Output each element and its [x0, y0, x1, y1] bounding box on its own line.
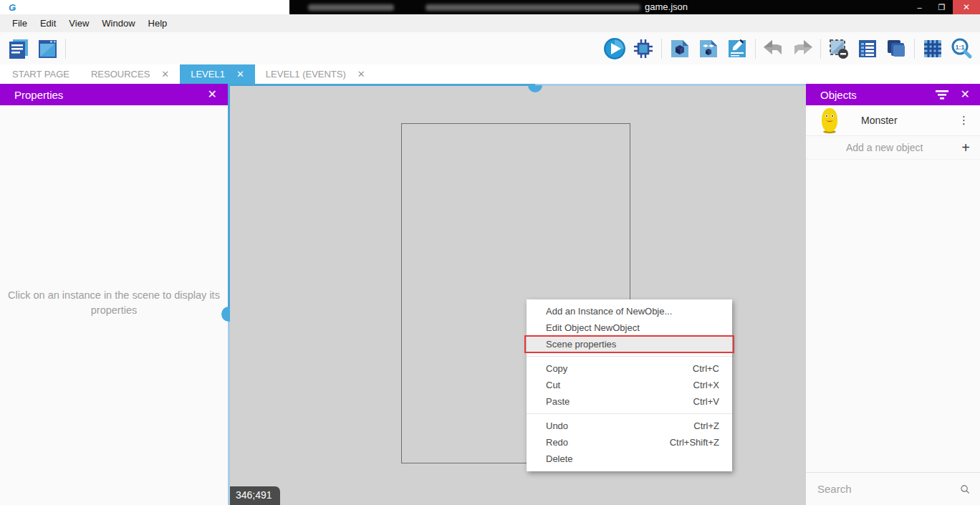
menu-window[interactable]: Window	[95, 14, 141, 32]
tab-close-icon[interactable]: ✕	[236, 69, 244, 80]
context-menu-item-scene-properties[interactable]: Scene properties	[527, 336, 732, 352]
preview-button[interactable]	[600, 34, 629, 63]
redacted-text	[308, 4, 394, 11]
menu-item-shortcut: Ctrl+V	[693, 396, 719, 407]
context-menu: Add an Instance of NewObje... Edit Objec…	[527, 299, 732, 471]
add-object-label: Add a new object	[846, 142, 923, 153]
toolbar-separator	[661, 39, 662, 59]
menu-item-label: Paste	[546, 396, 570, 407]
menu-item-label: Edit Object NewObject	[546, 322, 640, 333]
delete-instances-icon	[827, 37, 851, 61]
search-input[interactable]	[817, 483, 960, 495]
toolbar-separator	[755, 39, 756, 59]
close-icon[interactable]: ✕	[961, 89, 970, 100]
tab-level1-events[interactable]: LEVEL1 (EVENTS) ✕	[255, 64, 376, 84]
menu-edit[interactable]: Edit	[34, 14, 62, 32]
plus-icon[interactable]: +	[961, 140, 970, 156]
properties-panel-title: Properties	[14, 89, 63, 101]
menu-view[interactable]: View	[62, 14, 95, 32]
menu-item-shortcut: Ctrl+Shift+Z	[670, 437, 719, 448]
search-icon[interactable]	[960, 481, 970, 497]
context-menu-item-redo[interactable]: Redo Ctrl+Shift+Z	[527, 434, 732, 451]
undo-button[interactable]	[759, 34, 788, 63]
toolbar: 1:1	[0, 32, 980, 64]
debug-button[interactable]	[629, 34, 658, 63]
minimize-button[interactable]: –	[908, 0, 931, 14]
tab-label: RESOURCES	[91, 69, 150, 80]
canvas-top-divider[interactable]	[230, 84, 535, 86]
start-page-button[interactable]	[33, 34, 62, 63]
context-menu-item-delete[interactable]: Delete	[527, 451, 732, 467]
context-menu-item-cut[interactable]: Cut Ctrl+X	[527, 377, 732, 393]
grid-icon	[921, 37, 944, 60]
object-list-item-monster[interactable]: Monster ⋮	[806, 105, 980, 136]
toolbar-separator	[65, 39, 66, 59]
project-manager-button[interactable]	[4, 34, 33, 63]
maximize-button[interactable]: ❐	[931, 0, 953, 14]
context-menu-item-undo[interactable]: Undo Ctrl+Z	[527, 418, 732, 434]
menu-item-shortcut: Ctrl+X	[693, 380, 719, 390]
tab-start-page[interactable]: START PAGE	[1, 64, 80, 84]
edit-icon	[726, 37, 749, 60]
menu-item-label: Copy	[546, 363, 567, 374]
instances-list-icon	[856, 37, 879, 60]
gdevelop-logo-icon: Ǥ	[9, 3, 16, 12]
title-bar-right: game.json – ❐ ✕	[289, 0, 980, 14]
window-title: game.json	[645, 1, 688, 12]
redo-icon	[790, 37, 815, 61]
context-menu-item-edit-object[interactable]: Edit Object NewObject	[527, 319, 732, 336]
add-objects-icon	[697, 37, 720, 60]
properties-panel-header: Properties ✕	[0, 84, 228, 105]
menu-separator	[527, 413, 732, 414]
tab-close-icon[interactable]: ✕	[161, 69, 169, 80]
tab-label: LEVEL1	[191, 69, 225, 80]
close-button[interactable]: ✕	[953, 0, 980, 14]
tab-level1[interactable]: LEVEL1 ✕	[180, 64, 255, 84]
menu-help[interactable]: Help	[142, 14, 174, 32]
add-object-row[interactable]: Add a new object +	[806, 136, 980, 160]
menu-item-label: Add an Instance of NewObje...	[546, 306, 672, 317]
toggle-grid-button[interactable]	[918, 34, 947, 63]
zoom-original-button[interactable]: 1:1	[947, 34, 976, 63]
toolbar-separator	[820, 39, 821, 59]
menu-item-label: Cut	[546, 380, 560, 390]
context-menu-item-copy[interactable]: Copy Ctrl+C	[527, 360, 732, 377]
monster-thumbnail-icon	[819, 107, 840, 134]
redacted-text	[426, 4, 640, 11]
debugger-icon	[632, 37, 655, 60]
add-multiple-instances-button[interactable]	[694, 34, 723, 63]
add-instance-button[interactable]	[666, 34, 694, 63]
layers-button[interactable]	[882, 34, 911, 63]
objects-panel-header: Objects ✕	[806, 84, 980, 105]
tab-bar: START PAGE RESOURCES ✕ LEVEL1 ✕ LEVEL1 (…	[0, 64, 980, 84]
menu-item-label: Scene properties	[546, 339, 616, 350]
play-icon	[602, 37, 627, 61]
tab-resources[interactable]: RESOURCES ✕	[80, 64, 180, 84]
objects-panel: Objects ✕ Monster ⋮ Add a new object +	[806, 84, 980, 505]
project-manager-icon	[7, 37, 30, 60]
svg-text:1:1: 1:1	[955, 43, 964, 50]
canvas-top-divider[interactable]	[535, 84, 806, 86]
objects-panel-title: Objects	[820, 89, 857, 101]
menu-item-shortcut: Ctrl+Z	[693, 420, 719, 431]
menu-item-label: Delete	[546, 453, 573, 464]
cursor-coordinates-badge: 346;491	[230, 486, 280, 505]
delete-selection-button[interactable]	[825, 34, 853, 63]
instances-list-button[interactable]	[853, 34, 882, 63]
canvas-resize-handle[interactable]	[528, 85, 542, 92]
start-page-icon	[36, 37, 59, 60]
close-icon[interactable]: ✕	[208, 89, 217, 100]
tab-close-icon[interactable]: ✕	[357, 69, 365, 80]
redo-button[interactable]	[788, 34, 817, 63]
context-menu-item-paste[interactable]: Paste Ctrl+V	[527, 393, 732, 410]
menu-file[interactable]: File	[6, 14, 34, 32]
edit-scene-properties-button[interactable]	[723, 34, 751, 63]
tab-label: START PAGE	[12, 69, 69, 80]
filter-icon[interactable]	[935, 89, 949, 100]
kebab-menu-icon[interactable]: ⋮	[959, 114, 970, 127]
layers-icon	[884, 37, 908, 61]
context-menu-item-add-instance[interactable]: Add an Instance of NewObje...	[527, 303, 732, 319]
menu-separator	[527, 356, 732, 357]
menu-bar: File Edit View Window Help	[0, 14, 980, 32]
properties-panel: Properties ✕ Click on an instance in the…	[0, 84, 228, 505]
